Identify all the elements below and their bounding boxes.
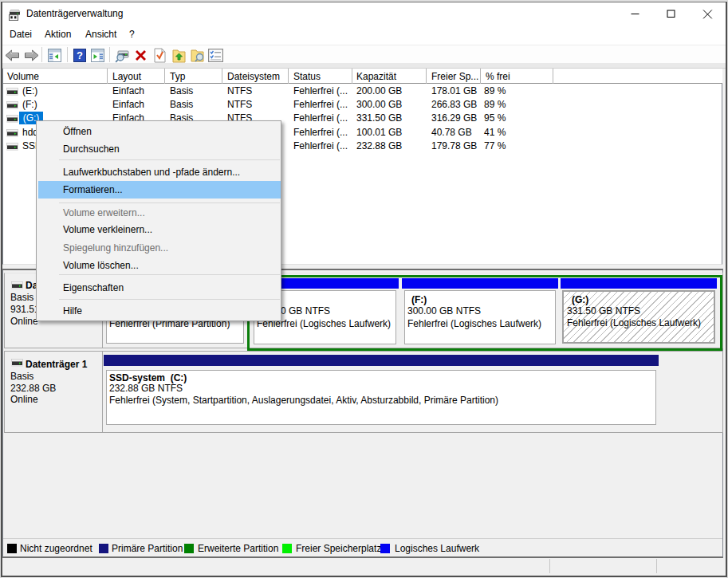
svg-text:?: ? <box>77 49 83 61</box>
